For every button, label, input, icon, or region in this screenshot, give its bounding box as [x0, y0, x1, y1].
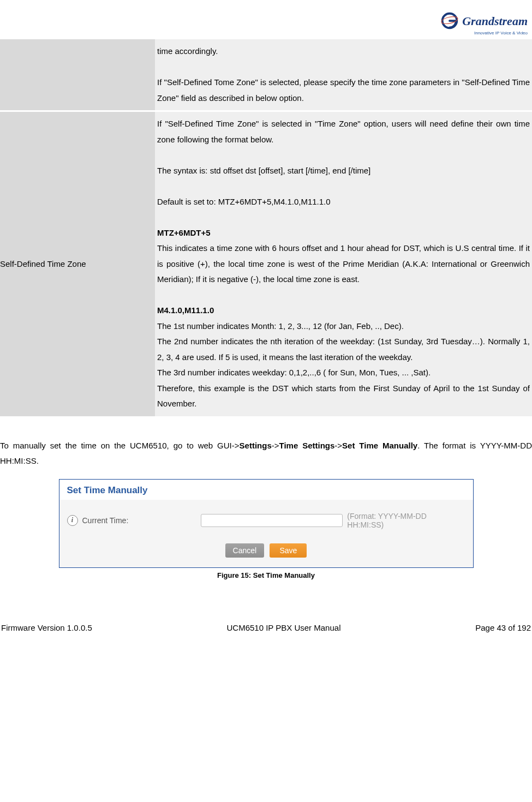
set-time-panel: Set Time Manually i Current Time: (Forma…: [59, 479, 474, 568]
page-footer: Firmware Version 1.0.0.5 UCM6510 IP PBX …: [0, 623, 532, 632]
desc-text: Default is set to: MTZ+6MDT+5,M4.1.0,M11…: [157, 194, 530, 210]
desc-text: The syntax is: std offset dst [offset], …: [157, 163, 530, 179]
table-row: time accordingly. If "Self-Defined Tome …: [0, 39, 532, 110]
desc-text: time accordingly.: [157, 44, 530, 59]
para-text: ->: [334, 441, 342, 450]
desc-text: This indicates a time zone with 6 hours …: [157, 241, 530, 288]
row-description: time accordingly. If "Self-Defined Tome …: [155, 39, 532, 110]
nav-path-part: Settings: [240, 441, 272, 450]
row-label: Self-Defined Time Zone: [0, 112, 155, 416]
nav-path-part: Set Time Manually: [342, 441, 417, 450]
panel-title: Set Time Manually: [59, 480, 473, 500]
desc-text: Therefore, this example is the DST which…: [157, 381, 530, 412]
table-row: Self-Defined Time Zone If "Self-Defined …: [0, 112, 532, 416]
para-text: To manually set the time on the UCM6510,…: [0, 441, 240, 450]
grandstream-logo-icon: [439, 11, 460, 32]
desc-text: If "Self-Defined Tome Zone" is selected,…: [157, 75, 530, 106]
desc-text: The 2nd number indicates the nth iterati…: [157, 334, 530, 365]
format-hint: (Format: YYYY-MM-DD HH:MI:SS): [347, 512, 465, 529]
settings-table: time accordingly. If "Self-Defined Tome …: [0, 39, 532, 416]
desc-text: If "Self-Defined Time Zone" is selected …: [157, 116, 530, 147]
instruction-paragraph: To manually set the time on the UCM6510,…: [0, 438, 532, 469]
row-label: [0, 39, 155, 110]
nav-path-part: Time Settings: [279, 441, 335, 450]
current-time-label: Current Time:: [82, 516, 197, 525]
desc-heading: M4.1.0,M11.1.0: [157, 303, 530, 319]
info-icon[interactable]: i: [67, 515, 78, 526]
firmware-version: Firmware Version 1.0.0.5: [1, 623, 92, 632]
desc-text: The 3rd number indicates weekday: 0,1,2,…: [157, 365, 530, 381]
desc-text: The 1st number indicates Month: 1, 2, 3.…: [157, 319, 530, 334]
document-title: UCM6510 IP PBX User Manual: [227, 623, 341, 632]
para-text: ->: [272, 441, 279, 450]
cancel-button[interactable]: Cancel: [225, 543, 265, 558]
desc-heading: MTZ+6MDT+5: [157, 225, 530, 241]
current-time-input[interactable]: [201, 514, 343, 527]
row-description: If "Self-Defined Time Zone" is selected …: [155, 112, 532, 416]
save-button[interactable]: Save: [270, 543, 307, 558]
header-logo: Grandstream Innovative IP Voice & Video: [0, 11, 532, 36]
page-number: Page 43 of 192: [475, 623, 531, 632]
figure-caption: Figure 15: Set Time Manually: [0, 571, 532, 579]
brand-name: Grandstream: [462, 14, 528, 28]
